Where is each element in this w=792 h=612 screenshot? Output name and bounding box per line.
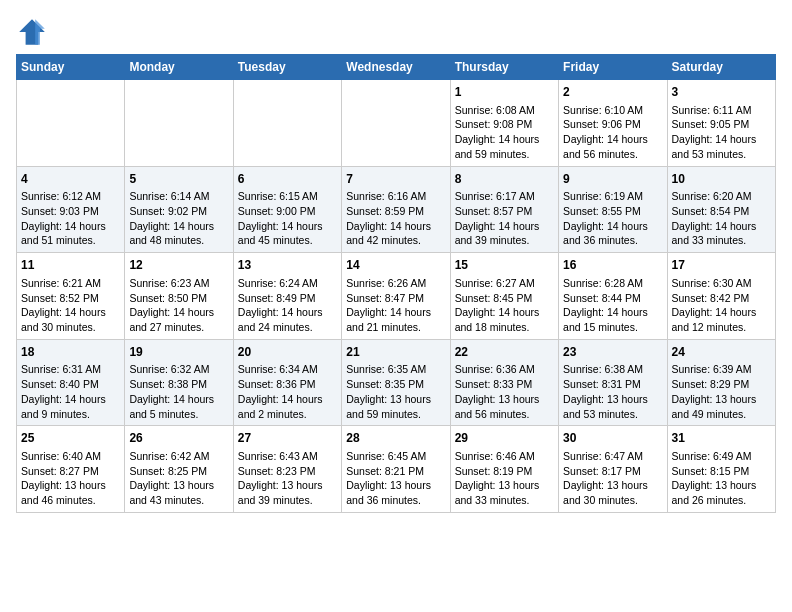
day-info: Sunset: 8:21 PM	[346, 464, 445, 479]
day-info: Sunset: 8:29 PM	[672, 377, 771, 392]
calendar-cell: 28Sunrise: 6:45 AMSunset: 8:21 PMDayligh…	[342, 426, 450, 513]
day-info: Sunrise: 6:46 AM	[455, 449, 554, 464]
day-info: Sunrise: 6:14 AM	[129, 189, 228, 204]
calendar-cell: 22Sunrise: 6:36 AMSunset: 8:33 PMDayligh…	[450, 339, 558, 426]
calendar-cell: 31Sunrise: 6:49 AMSunset: 8:15 PMDayligh…	[667, 426, 775, 513]
calendar-cell: 17Sunrise: 6:30 AMSunset: 8:42 PMDayligh…	[667, 253, 775, 340]
day-info: Sunrise: 6:34 AM	[238, 362, 337, 377]
calendar-cell: 21Sunrise: 6:35 AMSunset: 8:35 PMDayligh…	[342, 339, 450, 426]
day-info: Sunset: 8:44 PM	[563, 291, 662, 306]
day-info: and 33 minutes.	[455, 493, 554, 508]
day-info: and 33 minutes.	[672, 233, 771, 248]
day-info: Sunrise: 6:31 AM	[21, 362, 120, 377]
day-number: 30	[563, 430, 662, 447]
logo	[16, 16, 52, 48]
weekday-header-wednesday: Wednesday	[342, 55, 450, 80]
day-info: Sunrise: 6:43 AM	[238, 449, 337, 464]
day-info: and 53 minutes.	[563, 407, 662, 422]
day-info: Sunrise: 6:12 AM	[21, 189, 120, 204]
day-info: and 26 minutes.	[672, 493, 771, 508]
calendar-cell	[17, 80, 125, 167]
day-number: 31	[672, 430, 771, 447]
day-info: and 12 minutes.	[672, 320, 771, 335]
calendar-cell: 11Sunrise: 6:21 AMSunset: 8:52 PMDayligh…	[17, 253, 125, 340]
day-info: Sunrise: 6:11 AM	[672, 103, 771, 118]
day-info: Sunset: 8:15 PM	[672, 464, 771, 479]
calendar-week-5: 25Sunrise: 6:40 AMSunset: 8:27 PMDayligh…	[17, 426, 776, 513]
calendar-cell: 12Sunrise: 6:23 AMSunset: 8:50 PMDayligh…	[125, 253, 233, 340]
calendar-cell: 13Sunrise: 6:24 AMSunset: 8:49 PMDayligh…	[233, 253, 341, 340]
day-info: Daylight: 14 hours	[672, 305, 771, 320]
day-info: and 30 minutes.	[563, 493, 662, 508]
day-info: Daylight: 14 hours	[563, 219, 662, 234]
day-info: Sunset: 8:40 PM	[21, 377, 120, 392]
day-info: and 2 minutes.	[238, 407, 337, 422]
calendar-cell: 14Sunrise: 6:26 AMSunset: 8:47 PMDayligh…	[342, 253, 450, 340]
calendar-cell: 19Sunrise: 6:32 AMSunset: 8:38 PMDayligh…	[125, 339, 233, 426]
logo-icon	[16, 16, 48, 48]
day-info: Sunset: 9:02 PM	[129, 204, 228, 219]
day-info: Sunset: 8:55 PM	[563, 204, 662, 219]
day-info: Sunset: 9:08 PM	[455, 117, 554, 132]
day-info: Daylight: 14 hours	[455, 305, 554, 320]
day-number: 29	[455, 430, 554, 447]
day-info: Sunset: 8:38 PM	[129, 377, 228, 392]
day-number: 15	[455, 257, 554, 274]
calendar-cell: 6Sunrise: 6:15 AMSunset: 9:00 PMDaylight…	[233, 166, 341, 253]
day-info: Daylight: 14 hours	[129, 305, 228, 320]
day-number: 4	[21, 171, 120, 188]
day-info: and 46 minutes.	[21, 493, 120, 508]
calendar-cell: 30Sunrise: 6:47 AMSunset: 8:17 PMDayligh…	[559, 426, 667, 513]
calendar-cell: 7Sunrise: 6:16 AMSunset: 8:59 PMDaylight…	[342, 166, 450, 253]
day-info: Sunset: 9:03 PM	[21, 204, 120, 219]
page-container: SundayMondayTuesdayWednesdayThursdayFrid…	[0, 0, 792, 521]
day-info: Sunrise: 6:20 AM	[672, 189, 771, 204]
calendar-cell: 27Sunrise: 6:43 AMSunset: 8:23 PMDayligh…	[233, 426, 341, 513]
day-info: Sunrise: 6:40 AM	[21, 449, 120, 464]
calendar-cell	[125, 80, 233, 167]
day-info: Daylight: 13 hours	[346, 392, 445, 407]
day-info: Daylight: 14 hours	[129, 219, 228, 234]
day-info: Sunrise: 6:38 AM	[563, 362, 662, 377]
day-info: Daylight: 13 hours	[129, 478, 228, 493]
day-info: and 24 minutes.	[238, 320, 337, 335]
day-number: 5	[129, 171, 228, 188]
day-info: Sunrise: 6:49 AM	[672, 449, 771, 464]
day-info: Daylight: 14 hours	[238, 392, 337, 407]
day-info: and 27 minutes.	[129, 320, 228, 335]
day-number: 21	[346, 344, 445, 361]
calendar-cell: 2Sunrise: 6:10 AMSunset: 9:06 PMDaylight…	[559, 80, 667, 167]
day-info: Sunrise: 6:28 AM	[563, 276, 662, 291]
day-number: 17	[672, 257, 771, 274]
day-number: 28	[346, 430, 445, 447]
day-info: and 59 minutes.	[346, 407, 445, 422]
day-info: Sunset: 8:57 PM	[455, 204, 554, 219]
day-info: Daylight: 14 hours	[21, 305, 120, 320]
day-info: Daylight: 13 hours	[672, 392, 771, 407]
weekday-header-sunday: Sunday	[17, 55, 125, 80]
day-info: Daylight: 13 hours	[672, 478, 771, 493]
day-info: Daylight: 14 hours	[21, 392, 120, 407]
day-info: Daylight: 14 hours	[346, 305, 445, 320]
day-info: Sunset: 9:06 PM	[563, 117, 662, 132]
day-info: Daylight: 14 hours	[21, 219, 120, 234]
day-number: 8	[455, 171, 554, 188]
calendar-table: SundayMondayTuesdayWednesdayThursdayFrid…	[16, 54, 776, 513]
day-info: Sunset: 8:42 PM	[672, 291, 771, 306]
day-number: 9	[563, 171, 662, 188]
day-info: Daylight: 13 hours	[563, 478, 662, 493]
day-info: Daylight: 14 hours	[455, 219, 554, 234]
calendar-cell: 20Sunrise: 6:34 AMSunset: 8:36 PMDayligh…	[233, 339, 341, 426]
day-info: Sunset: 8:59 PM	[346, 204, 445, 219]
calendar-cell: 24Sunrise: 6:39 AMSunset: 8:29 PMDayligh…	[667, 339, 775, 426]
day-info: Sunset: 8:31 PM	[563, 377, 662, 392]
day-number: 24	[672, 344, 771, 361]
day-info: and 48 minutes.	[129, 233, 228, 248]
day-number: 19	[129, 344, 228, 361]
weekday-header-monday: Monday	[125, 55, 233, 80]
day-info: and 5 minutes.	[129, 407, 228, 422]
calendar-cell: 29Sunrise: 6:46 AMSunset: 8:19 PMDayligh…	[450, 426, 558, 513]
day-info: and 9 minutes.	[21, 407, 120, 422]
calendar-cell: 10Sunrise: 6:20 AMSunset: 8:54 PMDayligh…	[667, 166, 775, 253]
day-info: Sunset: 8:25 PM	[129, 464, 228, 479]
